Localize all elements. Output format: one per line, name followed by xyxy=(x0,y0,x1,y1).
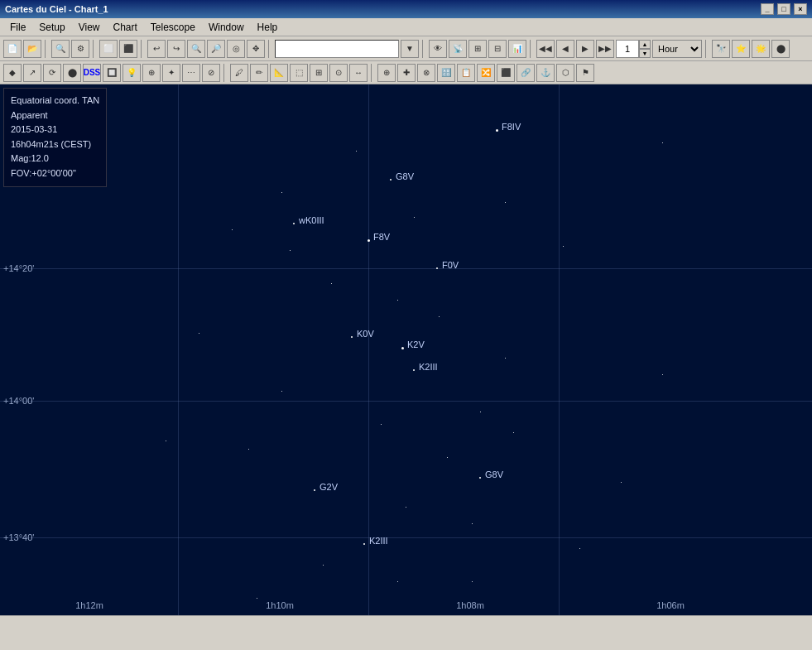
undo-button[interactable]: ↩ xyxy=(147,40,166,58)
tb2-btn19[interactable]: ⊕ xyxy=(377,64,396,82)
star-dot xyxy=(505,202,506,203)
spinbox-down[interactable]: ▼ xyxy=(639,49,651,58)
tb2-btn4[interactable]: ⬤ xyxy=(63,64,81,82)
zoom-actual-button[interactable]: ◎ xyxy=(227,40,245,58)
tb2-btn22[interactable]: 🔠 xyxy=(437,64,455,82)
time-back[interactable]: ◀ xyxy=(556,40,574,58)
menu-view[interactable]: View xyxy=(72,20,107,35)
time-forward[interactable]: ▶ xyxy=(576,40,594,58)
time-unit-dropdown[interactable]: Hour Minute Day xyxy=(652,40,702,58)
menu-help[interactable]: Help xyxy=(251,20,285,35)
tb2-btn14[interactable]: 📐 xyxy=(270,64,288,82)
extra-btn1[interactable]: 🔭 xyxy=(712,40,730,58)
tb2-btn23[interactable]: 📋 xyxy=(457,64,475,82)
star-dot xyxy=(479,477,481,479)
toolbar2: ◆ ↗ ⟳ ⬤ DSS 🔲 💡 ⊕ ✦ ⋯ ⊘ 🖊 ✏ 📐 ⬚ ⊞ ⊙ ↔ ⊕ … xyxy=(0,61,812,84)
time-back-fast[interactable]: ◀◀ xyxy=(536,40,555,58)
tb2-btn6[interactable]: 🔲 xyxy=(103,64,121,82)
star-dot xyxy=(248,449,249,450)
star-dot xyxy=(447,457,448,458)
search-button[interactable]: ▼ xyxy=(401,40,419,58)
tb2-btn13[interactable]: ✏ xyxy=(250,64,268,82)
tb2-btn24[interactable]: 🔀 xyxy=(477,64,495,82)
tb2-target[interactable]: ⊙ xyxy=(329,64,348,82)
tb2-btn16[interactable]: ⊞ xyxy=(310,64,328,82)
coord-type: Equatorial coord. TAN xyxy=(11,94,99,108)
window-controls: _ □ × xyxy=(761,3,807,15)
menu-setup[interactable]: Setup xyxy=(32,20,71,35)
star-dot xyxy=(414,217,415,218)
tb2-btn11[interactable]: ⊘ xyxy=(202,64,220,82)
zoom-out-button[interactable]: 🔍 xyxy=(187,40,205,58)
tb2-btn21[interactable]: ⊗ xyxy=(417,64,435,82)
tb2-btn18[interactable]: ↔ xyxy=(349,64,368,82)
close-button[interactable]: × xyxy=(794,3,807,15)
magnitude: Mag:12.0 xyxy=(11,152,99,166)
tb2-btn1[interactable]: ◆ xyxy=(3,64,22,82)
spinbox-up[interactable]: ▲ xyxy=(639,40,651,49)
sep8 xyxy=(223,64,227,82)
time: 16h04m21s (CEST) xyxy=(11,137,99,152)
search-input[interactable] xyxy=(275,40,399,58)
sep7 xyxy=(705,40,709,58)
menu-window[interactable]: Window xyxy=(202,20,251,35)
star-dot xyxy=(166,441,166,441)
star-label: wK0III xyxy=(299,215,324,225)
extra-btn4[interactable]: ⬤ xyxy=(771,40,790,58)
extra-btn2[interactable]: ⭐ xyxy=(732,40,750,58)
spinbox-input[interactable]: 1 xyxy=(616,40,639,58)
pan-button[interactable]: ✥ xyxy=(247,40,265,58)
info-panel: Equatorial coord. TAN Apparent 2015-03-3… xyxy=(3,88,107,187)
tb2-btn8[interactable]: ⊕ xyxy=(142,64,161,82)
extra-btn3[interactable]: 🌟 xyxy=(752,40,770,58)
axis-label-ra2: 1h10m xyxy=(266,600,294,610)
catalog-btn5[interactable]: 📊 xyxy=(508,40,526,58)
star-label: K2III xyxy=(369,536,388,546)
minimize-button[interactable]: _ xyxy=(761,3,774,15)
tb2-btn7[interactable]: 💡 xyxy=(123,64,141,82)
tb2-btn9[interactable]: ✦ xyxy=(162,64,180,82)
view-btn1[interactable]: ⬜ xyxy=(99,40,118,58)
catalog-btn2[interactable]: 📡 xyxy=(449,40,467,58)
statusbar xyxy=(0,615,812,632)
tb2-btn28[interactable]: ⬡ xyxy=(556,64,574,82)
tb2-btn12[interactable]: 🖊 xyxy=(230,64,248,82)
tb2-btn25[interactable]: ⬛ xyxy=(497,64,515,82)
tb2-btn2[interactable]: ↗ xyxy=(23,64,41,82)
tb2-btn26[interactable]: 🔗 xyxy=(517,64,535,82)
tb2-btn29[interactable]: ⚑ xyxy=(576,64,594,82)
tb2-btn15[interactable]: ⬚ xyxy=(290,64,308,82)
catalog-btn1[interactable]: 👁 xyxy=(429,40,447,58)
open-button[interactable]: 📂 xyxy=(23,40,41,58)
tb2-btn20[interactable]: ✚ xyxy=(397,64,416,82)
tb2-btn5[interactable]: DSS xyxy=(83,64,101,82)
star-dot xyxy=(406,507,406,508)
chart-area[interactable]: Equatorial coord. TAN Apparent 2015-03-3… xyxy=(0,84,812,615)
tb2-btn27[interactable]: ⚓ xyxy=(536,64,555,82)
menu-telescope[interactable]: Telescope xyxy=(144,20,202,35)
star-dot xyxy=(621,482,622,483)
star-dot xyxy=(496,129,498,132)
zoom-fit-button[interactable]: 🔎 xyxy=(207,40,225,58)
sep3 xyxy=(141,40,144,58)
redo-button[interactable]: ↪ xyxy=(167,40,185,58)
grid-h-1 xyxy=(0,268,812,269)
star-dot xyxy=(439,316,440,317)
new-button[interactable]: 📄 xyxy=(3,40,22,58)
star-dot xyxy=(257,598,257,599)
tb2-btn3[interactable]: ⟳ xyxy=(43,64,61,82)
menu-chart[interactable]: Chart xyxy=(107,20,144,35)
star-dot xyxy=(323,565,324,566)
zoom-in-icon[interactable]: 🔍 xyxy=(51,40,70,58)
catalog-btn3[interactable]: ⊞ xyxy=(468,40,487,58)
star-dot xyxy=(281,391,282,392)
settings-icon[interactable]: ⚙ xyxy=(71,40,89,58)
star-dot xyxy=(368,239,370,242)
time-forward-fast[interactable]: ▶▶ xyxy=(596,40,614,58)
tb2-btn10[interactable]: ⋯ xyxy=(182,64,200,82)
maximize-button[interactable]: □ xyxy=(777,3,790,15)
time-step-spinbox[interactable]: 1 ▲ ▼ xyxy=(616,40,651,58)
menu-file[interactable]: File xyxy=(3,20,32,35)
catalog-btn4[interactable]: ⊟ xyxy=(488,40,507,58)
view-btn2[interactable]: ⬛ xyxy=(119,40,137,58)
